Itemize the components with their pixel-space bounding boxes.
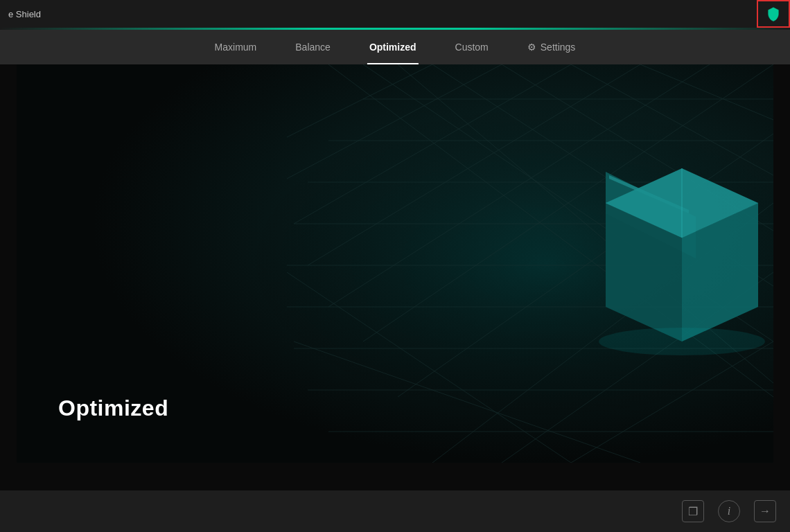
mode-label: Optimized: [58, 396, 168, 421]
tab-balance[interactable]: Balance: [276, 30, 350, 64]
footer-bar: ❐ i →: [0, 490, 790, 532]
svg-point-38: [599, 328, 765, 355]
tab-custom[interactable]: Custom: [436, 30, 508, 64]
tab-maximum[interactable]: Maximum: [195, 30, 276, 64]
title-bar: e Shield: [0, 0, 790, 28]
tab-settings[interactable]: ⚙ Settings: [508, 30, 595, 64]
nav-bar: Maximum Balance Optimized Custom ⚙ Setti…: [0, 30, 790, 64]
tab-optimized[interactable]: Optimized: [350, 30, 436, 64]
info-icon: i: [728, 505, 730, 517]
restore-button[interactable]: ❐: [682, 500, 704, 522]
main-content: Optimized: [17, 64, 773, 463]
info-button[interactable]: i: [718, 500, 740, 522]
gear-icon: ⚙: [527, 42, 536, 53]
shield-button[interactable]: [757, 0, 790, 28]
shield-icon: [766, 6, 781, 21]
exit-button[interactable]: →: [754, 500, 776, 522]
settings-label: Settings: [541, 42, 576, 53]
exit-icon: →: [760, 505, 771, 517]
app-title: e Shield: [8, 9, 41, 19]
restore-icon: ❐: [688, 505, 698, 518]
